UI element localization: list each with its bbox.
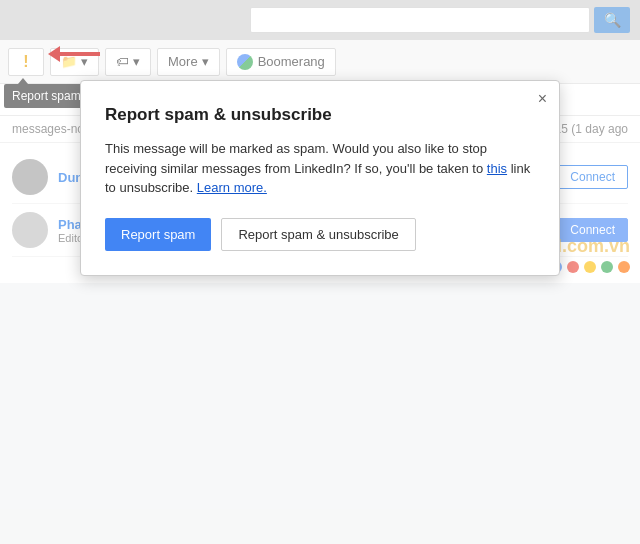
modal-close-button[interactable]: × (538, 91, 547, 107)
report-spam-modal-button[interactable]: Report spam (105, 218, 211, 251)
learn-more-link[interactable]: Learn more. (197, 180, 267, 195)
modal-actions: Report spam Report spam & unsubscribe (105, 218, 535, 251)
modal-body: This message will be marked as spam. Wou… (105, 139, 535, 198)
report-spam-unsubscribe-button[interactable]: Report spam & unsubscribe (221, 218, 415, 251)
this-link[interactable]: this (487, 161, 507, 176)
report-spam-modal: × Report spam & unsubscribe This message… (80, 80, 560, 276)
modal-title: Report spam & unsubscribe (105, 105, 535, 125)
modal-overlay: × Report spam & unsubscribe This message… (0, 0, 640, 544)
